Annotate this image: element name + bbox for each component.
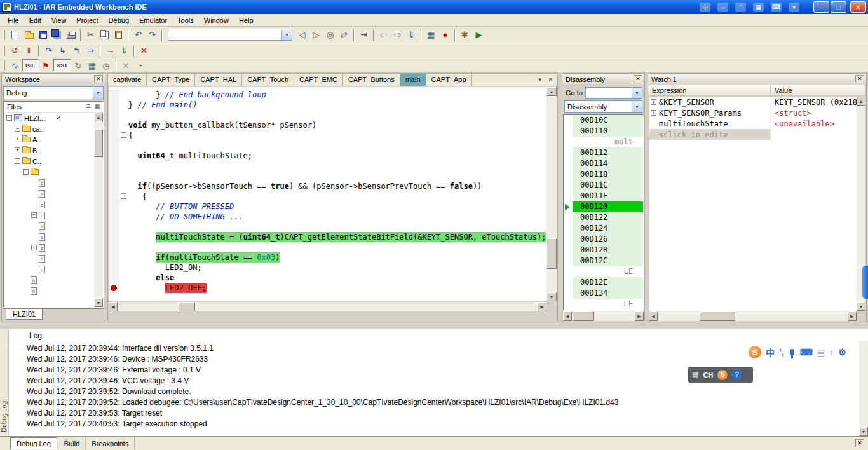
breakpoint-margin[interactable] bbox=[109, 130, 119, 140]
register-window-icon[interactable]: ▦ bbox=[424, 29, 438, 41]
scroll-down-icon[interactable]: ▼ bbox=[94, 298, 103, 307]
ime-band-icon[interactable]: ▦ bbox=[753, 3, 764, 12]
disassembly-row[interactable]: 00D118 bbox=[564, 169, 643, 180]
tree-item[interactable]: +B.. bbox=[4, 145, 94, 156]
close-button[interactable]: ✕ bbox=[850, 1, 866, 13]
disassembly-row[interactable]: 00D126 bbox=[564, 234, 643, 245]
editor-tab-bar[interactable]: captivateCAPT_TypeCAPT_HALCAPT_TouchCAPT… bbox=[108, 74, 557, 86]
code-line[interactable] bbox=[109, 171, 546, 181]
tab-list-icon[interactable]: ▾ bbox=[536, 76, 544, 84]
code-line[interactable]: uint64_t multiTouchState; bbox=[109, 151, 546, 161]
fold-margin[interactable] bbox=[119, 161, 128, 171]
state-log-icon[interactable]: ∿ bbox=[8, 59, 22, 72]
code-line[interactable]: } // End background loop bbox=[109, 90, 546, 100]
reset-icon[interactable]: ↺ bbox=[8, 44, 22, 57]
fold-margin[interactable]: − bbox=[119, 191, 128, 201]
replace-icon[interactable]: ⇄ bbox=[337, 29, 351, 41]
code-line[interactable]: // BUTTON PRESSED bbox=[109, 201, 546, 212]
toolbar-grip[interactable] bbox=[3, 60, 5, 71]
code-line[interactable]: if((pSensor->bSensorTouch == true) && (p… bbox=[109, 181, 546, 191]
ime-grid-icon[interactable]: ▦ bbox=[692, 371, 698, 379]
ime-keyboard-icon[interactable]: ⌨ bbox=[771, 3, 782, 12]
minimize-button[interactable]: – bbox=[813, 1, 829, 13]
expander-plus-icon[interactable]: + bbox=[31, 212, 37, 218]
scroll-up-icon[interactable]: ▲ bbox=[857, 97, 865, 106]
tree-item[interactable]: −C.. bbox=[4, 156, 94, 167]
fold-margin[interactable] bbox=[119, 120, 128, 130]
navigate-back-icon[interactable]: ⇦ bbox=[377, 29, 390, 41]
microphone-icon[interactable] bbox=[790, 349, 794, 355]
disassembly-row[interactable]: 00D10C bbox=[564, 115, 643, 126]
make-icon[interactable]: ✱ bbox=[458, 29, 471, 41]
expander-plus-icon[interactable]: + bbox=[15, 137, 20, 142]
breakpoint-margin[interactable] bbox=[109, 222, 119, 232]
main-toolbar[interactable]: ✂↶↷▼◁▷◎⇄⇥⇦⇨⇓▦●✱▶ bbox=[0, 27, 868, 43]
watch-close-icon[interactable]: ✕ bbox=[855, 75, 864, 83]
breakpoint-icon[interactable] bbox=[111, 285, 117, 291]
watch-horizontal-scrollbar[interactable]: ◀ ▶ bbox=[649, 311, 857, 321]
workspace-header[interactable]: Workspace ✕ bbox=[2, 74, 105, 85]
ime-help-icon[interactable]: ? bbox=[732, 370, 742, 379]
editor-tab-main[interactable]: main bbox=[400, 74, 426, 86]
sogou-logo-icon[interactable]: S bbox=[717, 370, 728, 380]
scroll-down-icon[interactable]: ▼ bbox=[857, 302, 865, 311]
watch-row[interactable]: <click to edit> bbox=[649, 129, 857, 140]
chinese-mode-icon[interactable]: 中 bbox=[766, 346, 775, 358]
tree-item[interactable] bbox=[4, 285, 94, 296]
editor-horizontal-scrollbar[interactable]: ◀ ▶ bbox=[109, 302, 546, 311]
disassembly-row[interactable]: 00D12C bbox=[564, 256, 643, 266]
menu-help[interactable]: Help bbox=[234, 15, 259, 25]
menu-debug[interactable]: Debug bbox=[104, 15, 134, 25]
copy-icon[interactable] bbox=[98, 29, 111, 41]
breakpoint-margin[interactable] bbox=[109, 140, 119, 151]
language-bar[interactable]: ▦ CH S ? bbox=[688, 367, 753, 383]
log-vertical-scrollbar[interactable]: ▼ bbox=[859, 341, 868, 436]
run-to-cursor-icon[interactable]: → bbox=[104, 44, 117, 57]
code-line[interactable]: multiTouchState = (uint64_t)CAPT_getElem… bbox=[109, 232, 546, 242]
redo-icon[interactable]: ↷ bbox=[146, 29, 159, 41]
watch-value-cell[interactable]: <struct> bbox=[771, 109, 857, 118]
find-next-icon[interactable]: ▷ bbox=[309, 29, 323, 41]
disassembly-row[interactable]: LE bbox=[564, 266, 643, 277]
disassembly-horizontal-scrollbar[interactable]: ◀ ▶ bbox=[563, 311, 644, 321]
expander-minus-icon[interactable]: − bbox=[15, 126, 20, 132]
breakpoint-margin[interactable] bbox=[109, 212, 119, 222]
menu-bar[interactable]: FileEditViewProjectDebugEmulatorToolsWin… bbox=[0, 14, 868, 27]
profiling-icon[interactable]: ◔ bbox=[133, 59, 147, 72]
navigate-forward-icon[interactable]: ⇨ bbox=[391, 29, 404, 41]
code-line[interactable]: else bbox=[109, 273, 546, 283]
scrollbar-thumb[interactable] bbox=[94, 129, 103, 157]
stop-debugging-icon[interactable]: ✕ bbox=[137, 44, 151, 57]
expander-plus-icon[interactable]: + bbox=[15, 147, 20, 153]
disassembly-row[interactable]: 00D12E bbox=[564, 277, 643, 288]
files-sort-icon[interactable]: ≣ bbox=[84, 103, 93, 111]
watch-column-headers[interactable]: Expression Value bbox=[648, 85, 866, 96]
fold-margin[interactable] bbox=[119, 283, 128, 293]
tree-item[interactable] bbox=[4, 253, 94, 264]
breakpoint-margin[interactable] bbox=[109, 90, 119, 100]
code-line[interactable]: if(multiTouchState == 0x03) bbox=[109, 252, 546, 262]
gie-button[interactable]: GIE bbox=[22, 59, 39, 72]
log-tab-breakpoints[interactable]: Breakpoints bbox=[86, 438, 135, 449]
scrollbar-thumb[interactable] bbox=[573, 311, 594, 321]
expander-plus-icon[interactable]: + bbox=[651, 99, 656, 105]
fold-margin[interactable] bbox=[119, 151, 128, 161]
breakpoint-margin[interactable] bbox=[109, 161, 119, 171]
ime-options-icon[interactable]: ▾ bbox=[789, 3, 799, 12]
breakpoint-margin[interactable] bbox=[109, 201, 119, 212]
tree-item[interactable] bbox=[4, 177, 94, 188]
punctuation-icon[interactable]: ’, bbox=[779, 347, 784, 357]
reset-target-button[interactable]: RST bbox=[53, 59, 71, 72]
editor-tab-capt_type[interactable]: CAPT_Type bbox=[147, 74, 195, 86]
breakpoint-margin[interactable] bbox=[109, 262, 119, 273]
scroll-up-icon[interactable]: ▲ bbox=[94, 112, 103, 121]
value-column-header[interactable]: Value bbox=[771, 85, 866, 95]
disassembly-header[interactable]: Disassembly ✕ bbox=[562, 74, 644, 85]
scroll-down-icon[interactable]: ▼ bbox=[859, 427, 868, 436]
code-line[interactable]: − { bbox=[109, 191, 546, 201]
watch-row[interactable]: +KEYT_SENSOR_Params<struct> bbox=[649, 107, 857, 118]
log-close-icon[interactable]: ✕ bbox=[855, 439, 864, 447]
fold-margin[interactable] bbox=[119, 90, 128, 100]
watch-expression-cell[interactable]: +&KEYT_SENSOR bbox=[649, 97, 771, 107]
scroll-left-icon[interactable]: ◀ bbox=[109, 302, 118, 311]
